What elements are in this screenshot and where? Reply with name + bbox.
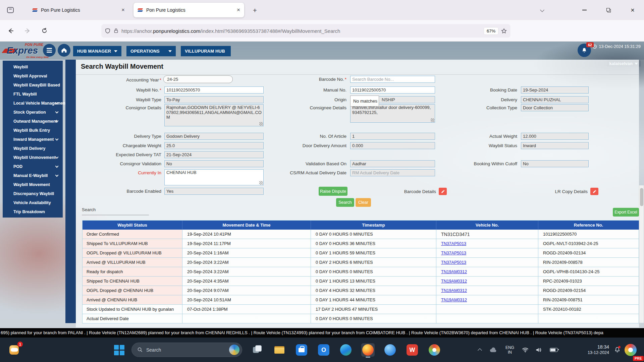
page-zoom-indicator[interactable]: 67%: [484, 27, 498, 35]
volume-tray-button[interactable]: [533, 338, 545, 362]
forward-button[interactable]: [21, 25, 34, 37]
browser-tab-active[interactable]: Pon Pure Logistics ×: [133, 3, 244, 17]
clear-button[interactable]: Clear: [356, 198, 371, 207]
col-header-reference-no[interactable]: Reference No.: [538, 221, 639, 230]
task-view-button[interactable]: [251, 343, 264, 357]
delivery-field[interactable]: CHENNAI PUZHAL: [521, 96, 589, 103]
barcode-enabled-field[interactable]: Yes: [164, 188, 264, 195]
firefox-button-active[interactable]: [361, 343, 375, 357]
sidebar-item-local-vehicle-management[interactable]: Local Vehicle Management: [3, 99, 63, 108]
tray-overflow-button[interactable]: [474, 338, 486, 362]
new-tab-button[interactable]: +: [250, 5, 260, 15]
sidebar-item-waybill-bulk-entry[interactable]: Waybill Bulk Entry: [3, 126, 63, 135]
validation-based-on-field[interactable]: Aadhar: [350, 160, 435, 167]
vehicle-link[interactable]: TN37AP5013: [441, 251, 466, 255]
microsoft-store-button[interactable]: [295, 343, 308, 357]
window-close-button[interactable]: ×: [626, 5, 639, 15]
raise-dispute-button[interactable]: Raise Dispute: [319, 187, 347, 196]
tracking-shield-icon[interactable]: [105, 28, 111, 34]
door-delivery-amount-field[interactable]: 0.000: [350, 142, 435, 149]
taskbar-search[interactable]: Search: [131, 343, 242, 357]
expected-delivery-tat-field[interactable]: 21-Sep-2024: [164, 151, 264, 158]
sidebar-item-ftl-waybill[interactable]: FTL Waybill: [3, 89, 63, 99]
barcode-no-input[interactable]: Search Barcode No...: [350, 76, 435, 83]
barcode-details-edit-button[interactable]: [439, 188, 447, 195]
currently-in-textarea[interactable]: CHENNAI HUB: [164, 169, 264, 185]
snipping-tool-button[interactable]: [428, 343, 441, 357]
lr-copy-details-edit-button[interactable]: [590, 188, 598, 195]
sidebar-item-waybill-approval[interactable]: Waybill Approval: [3, 71, 63, 80]
sidebar-item-waybill-delivery[interactable]: Waybill Delivery: [3, 144, 63, 153]
reload-button[interactable]: [38, 25, 50, 37]
consignor-details-textarea[interactable]: Rajmohan,GODOWN DELIVERY @ NEYVELI-60780…: [164, 104, 264, 126]
sidebar-item-manual-e-waybill[interactable]: Manual E-Waybill: [3, 171, 63, 180]
sidebar-item-waybill[interactable]: Waybill: [3, 62, 63, 71]
language-switcher[interactable]: ENGIN: [502, 338, 517, 362]
edge-button[interactable]: [339, 343, 353, 357]
no-of-article-field[interactable]: 1: [350, 133, 435, 140]
module-dropdown[interactable]: OPERATIONS: [126, 46, 176, 56]
search-button[interactable]: Search: [336, 198, 354, 207]
window-restore-button[interactable]: [602, 5, 615, 15]
tab-close-icon[interactable]: ×: [121, 7, 125, 13]
vehicle-link[interactable]: TN19AM0312: [441, 279, 467, 284]
tab-close-icon[interactable]: ×: [237, 7, 240, 13]
outlook-button[interactable]: O: [317, 343, 330, 357]
waybill-status-field[interactable]: Inward: [521, 142, 589, 149]
vehicle-link[interactable]: TN37AP5013: [441, 260, 466, 265]
consignee-details-textarea[interactable]: manivel,thiruvallur door delivery-600099…: [350, 104, 435, 123]
col-header-waybill-status[interactable]: Waybill Status: [83, 221, 182, 230]
sidebar-item-vehicle-availability[interactable]: Vehicle Availability: [3, 198, 63, 207]
manual-no-input[interactable]: 10119022500570: [350, 86, 435, 94]
onedrive-tray-button[interactable]: [487, 338, 499, 362]
sidebar-item-trip-breakdown[interactable]: Trip Breakdown: [3, 207, 63, 216]
sidebar-item-pod[interactable]: POD: [3, 162, 63, 171]
vehicle-link[interactable]: TN19AM0312: [441, 298, 467, 302]
search-highlight-image[interactable]: [229, 345, 239, 355]
bookmark-star-icon[interactable]: [501, 28, 507, 34]
table-scrollbar[interactable]: [639, 185, 644, 323]
wps-office-button[interactable]: W: [406, 343, 419, 357]
col-header-timestamp[interactable]: Timestamp: [311, 221, 436, 230]
wifi-tray-button[interactable]: [519, 338, 531, 362]
col-header-movement-datetime[interactable]: Movement Date & Time: [182, 221, 311, 230]
blue-globe-app-button[interactable]: [383, 343, 397, 357]
sidebar-item-discrepancy-waybill[interactable]: Discrepancy Waybill: [3, 189, 63, 198]
waybill-no-input[interactable]: 10119022500570: [164, 86, 264, 94]
screen-recorder-icon[interactable]: [625, 344, 637, 356]
cs-rm-actual-delivery-date-field[interactable]: RM Actual Delivery Date: [350, 169, 435, 176]
accounting-year-field[interactable]: 24-25: [163, 75, 233, 83]
collection-type-field[interactable]: Door Collection: [521, 104, 589, 111]
sidebar-item-outward-management[interactable]: Outward Management: [3, 117, 63, 126]
consignor-validation-field[interactable]: No: [164, 160, 264, 167]
scrollbar-thumb[interactable]: [640, 188, 643, 206]
booking-within-cutoff-field[interactable]: No: [521, 160, 589, 167]
export-excel-button[interactable]: Export Excel: [613, 208, 639, 217]
sidebar-item-inward-management[interactable]: Inward Management: [3, 135, 63, 144]
notification-center-button[interactable]: [611, 338, 623, 362]
firefox-view-icon[interactable]: [5, 4, 16, 16]
start-button[interactable]: [113, 344, 125, 356]
list-all-tabs-chevron-icon[interactable]: [541, 7, 544, 13]
battery-tray-button[interactable]: [547, 338, 561, 362]
actual-weight-field[interactable]: 12.000: [521, 133, 589, 140]
role-dropdown[interactable]: HUB MANAGER: [73, 46, 121, 56]
sidebar-item-waybill-movement[interactable]: Waybill Movement: [3, 180, 63, 189]
table-filter-input[interactable]: [82, 209, 149, 215]
delivery-type-field[interactable]: Godown Delivery: [164, 133, 264, 140]
menu-toggle-button[interactable]: [43, 44, 56, 57]
sidebar-item-waybill-unmovement[interactable]: Waybill Unmovement: [3, 153, 63, 162]
sidebar-item-waybill-ewaybill-based[interactable]: Waybill EwayBill Based: [3, 80, 63, 89]
taskbar-clock[interactable]: 18:34 13-12-2024: [576, 344, 609, 355]
address-bar[interactable]: https://anchor.ponpurelogistics.com/inde…: [101, 24, 511, 38]
widgets-button[interactable]: 1: [7, 343, 22, 357]
vehicle-link[interactable]: TN37AP5013: [441, 241, 466, 246]
booking-date-field[interactable]: 19-Sep-2024: [521, 86, 589, 94]
file-explorer-button[interactable]: [273, 343, 286, 357]
sidebar-item-stock-operation[interactable]: Stock Operation: [3, 108, 63, 117]
chargeable-weight-field[interactable]: 25.0: [164, 142, 264, 149]
back-button[interactable]: [5, 25, 17, 37]
browser-tab-inactive[interactable]: Pon Pure Logistics ×: [28, 3, 129, 17]
col-header-vehicle-no[interactable]: Vehicle No.: [436, 221, 538, 230]
vehicle-link[interactable]: TN19AM0312: [441, 288, 467, 293]
